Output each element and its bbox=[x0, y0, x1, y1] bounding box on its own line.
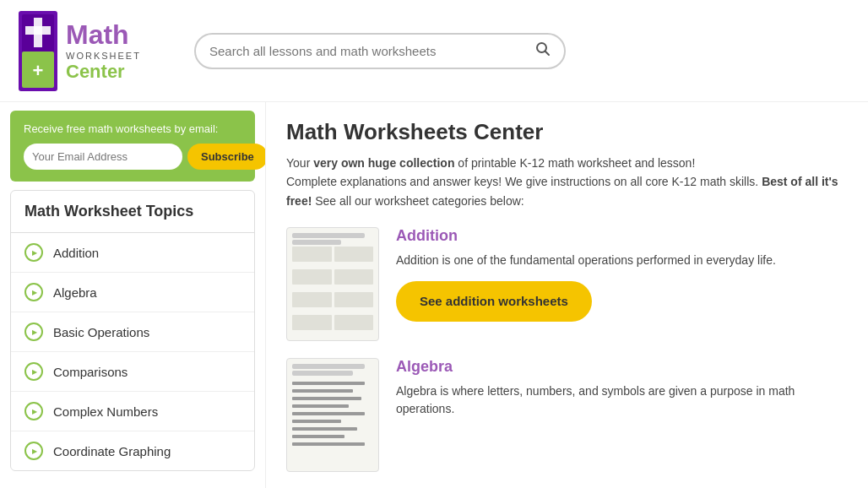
logo-worksheet-text: WORKSHEET bbox=[66, 51, 141, 61]
alg-thumb-line-1 bbox=[292, 364, 365, 369]
logo-text: Math WORKSHEET Center bbox=[66, 19, 141, 83]
subscribe-button[interactable]: Subscribe bbox=[187, 144, 266, 170]
page-title: Math Worksheets Center bbox=[286, 119, 848, 145]
thumb-line-2 bbox=[292, 240, 341, 245]
alg-text-2 bbox=[292, 389, 353, 393]
topic-card-algebra: Algebra Algebra is where letters, number… bbox=[286, 358, 848, 472]
algebra-icon bbox=[24, 283, 43, 301]
alg-thumb-lines bbox=[292, 381, 373, 466]
sidebar-item-complex-numbers[interactable]: Complex Numbers bbox=[11, 392, 254, 431]
algebra-title: Algebra bbox=[396, 358, 848, 376]
main-layout: Receive free math worksheets by email: S… bbox=[0, 102, 868, 488]
sidebar-item-basic-operations-label: Basic Operations bbox=[53, 325, 149, 339]
addition-info: Addition Addition is one of the fundamen… bbox=[396, 227, 848, 322]
logo-icon: + bbox=[17, 8, 59, 93]
logo-math-text: Math bbox=[66, 19, 141, 51]
email-signup-label: Receive free math worksheets by email: bbox=[24, 122, 241, 135]
search-input[interactable] bbox=[209, 44, 535, 58]
addition-title: Addition bbox=[396, 227, 848, 245]
topic-card-addition: Addition Addition is one of the fundamen… bbox=[286, 227, 848, 341]
addition-icon bbox=[24, 243, 43, 262]
svg-line-7 bbox=[545, 51, 550, 55]
topic-cards: Addition Addition is one of the fundamen… bbox=[286, 227, 848, 472]
sidebar-topics-title: Math Worksheet Topics bbox=[11, 191, 254, 233]
logo: + Math WORKSHEET Center bbox=[17, 8, 177, 93]
algebra-description: Algebra is where letters, numbers, and s… bbox=[396, 382, 848, 418]
content-intro: Your very own huge collection of printab… bbox=[286, 154, 844, 210]
email-signup-box: Receive free math worksheets by email: S… bbox=[10, 111, 255, 182]
alg-text-3 bbox=[292, 397, 361, 400]
algebra-info: Algebra Algebra is where letters, number… bbox=[396, 358, 848, 430]
addition-description: Addition is one of the fundamental opera… bbox=[396, 252, 848, 269]
sidebar-item-addition-label: Addition bbox=[53, 246, 99, 260]
sidebar-item-coordinate-graphing-label: Coordinate Graphing bbox=[53, 444, 171, 458]
alg-thumb-line-2 bbox=[292, 371, 353, 376]
search-bar bbox=[194, 33, 566, 69]
alg-text-5 bbox=[292, 412, 365, 415]
see-addition-worksheets-button[interactable]: See addition worksheets bbox=[396, 281, 592, 322]
sidebar-item-comparisons[interactable]: Comparisons bbox=[11, 352, 254, 392]
alg-text-8 bbox=[292, 435, 344, 438]
logo-center-text: Center bbox=[66, 61, 141, 83]
sidebar-item-complex-numbers-label: Complex Numbers bbox=[53, 404, 158, 419]
alg-text-9 bbox=[292, 442, 365, 446]
thumb-cell-3 bbox=[292, 269, 332, 285]
thumb-cell-7 bbox=[292, 315, 332, 330]
sidebar-item-algebra-label: Algebra bbox=[53, 285, 97, 300]
alg-text-7 bbox=[292, 427, 357, 431]
thumb-cell-8 bbox=[334, 315, 374, 330]
sidebar-item-coordinate-graphing[interactable]: Coordinate Graphing bbox=[11, 431, 254, 470]
header: + Math WORKSHEET Center bbox=[0, 0, 868, 102]
alg-text-4 bbox=[292, 404, 349, 408]
svg-text:+: + bbox=[33, 60, 44, 81]
email-row: Subscribe bbox=[24, 144, 241, 170]
alg-text-1 bbox=[292, 382, 365, 385]
search-button[interactable] bbox=[535, 41, 551, 61]
thumb-cell-5 bbox=[292, 292, 332, 307]
sidebar-item-basic-operations[interactable]: Basic Operations bbox=[11, 312, 254, 352]
sidebar-topics-box: Math Worksheet Topics Addition Algebra B… bbox=[10, 190, 255, 471]
thumb-line-1 bbox=[292, 233, 365, 238]
thumb-cell-1 bbox=[292, 247, 332, 262]
thumb-cell-2 bbox=[334, 247, 374, 262]
comparisons-icon bbox=[24, 362, 43, 381]
sidebar-item-algebra[interactable]: Algebra bbox=[11, 273, 254, 312]
alg-text-6 bbox=[292, 420, 341, 423]
sidebar-item-comparisons-label: Comparisons bbox=[53, 365, 127, 379]
coordinate-graphing-icon bbox=[24, 442, 43, 460]
thumb-cell-4 bbox=[334, 269, 374, 285]
email-input[interactable] bbox=[24, 144, 182, 170]
sidebar-item-addition[interactable]: Addition bbox=[11, 233, 254, 273]
thumb-cell-6 bbox=[334, 292, 374, 307]
addition-thumbnail bbox=[286, 227, 379, 341]
complex-numbers-icon bbox=[24, 402, 43, 420]
basic-operations-icon bbox=[24, 323, 43, 341]
thumb-grid bbox=[292, 247, 373, 335]
svg-rect-3 bbox=[25, 26, 51, 35]
sidebar: Receive free math worksheets by email: S… bbox=[0, 102, 266, 488]
algebra-thumbnail bbox=[286, 358, 379, 472]
content-area: Math Worksheets Center Your very own hug… bbox=[266, 102, 868, 488]
